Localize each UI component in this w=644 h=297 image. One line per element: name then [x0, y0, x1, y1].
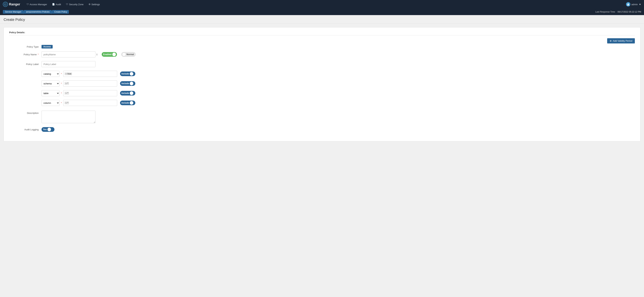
breadcrumb-service-manager[interactable]: Service Manager	[3, 10, 23, 14]
policy-label-row: Policy Label	[9, 61, 635, 67]
catalog-field-wrapper: catalog * ✕ hive	[42, 71, 117, 77]
breadcrumb-bar: Service Manager amazonemrtrino Policies …	[0, 9, 644, 15]
audit-logging-label: Audit Logging	[9, 128, 42, 131]
settings-icon: ⚙	[88, 3, 90, 5]
clock-icon: ⊕	[610, 39, 612, 42]
audit-logging-row: Audit Logging Yes	[9, 126, 635, 133]
section-title: Policy Details:	[9, 31, 635, 35]
shield-icon: 🛡	[26, 3, 29, 5]
toggle-knob	[130, 91, 133, 95]
policy-name-label: Policy Name *	[9, 53, 42, 56]
toggle-knob	[130, 72, 133, 76]
column-select[interactable]: column	[42, 100, 60, 106]
catalog-required: *	[61, 72, 62, 75]
page-title-bar: Create Policy	[0, 15, 644, 24]
column-row: column * ✕ * Include	[9, 99, 635, 106]
catalog-tag-hive: ✕ hive	[64, 72, 72, 75]
table-field-wrapper: table * ✕ *	[42, 90, 117, 96]
table-select[interactable]: table	[42, 90, 60, 96]
column-tag-input[interactable]: ✕ *	[63, 100, 117, 106]
table-tag-input[interactable]: ✕ *	[63, 90, 117, 96]
enabled-toggle[interactable]: Enabled	[102, 52, 117, 57]
schema-field-wrapper: schema * ✕ *	[42, 80, 117, 86]
main-content: Policy Details: ⊕ Add Validity Period Po…	[0, 24, 644, 297]
description-label: Description	[9, 111, 42, 114]
nav-item-security-zone[interactable]: 🛡 Security Zone	[64, 2, 86, 7]
table-required: *	[61, 92, 62, 95]
tag-remove-icon[interactable]: ✕	[65, 73, 67, 75]
tag-remove-icon[interactable]: ✕	[65, 102, 67, 104]
nav-label-audit: Audit	[56, 3, 61, 6]
policy-card: Policy Details: ⊕ Add Validity Period Po…	[4, 27, 640, 141]
tag-remove-icon[interactable]: ✕	[65, 92, 67, 94]
schema-tag-wildcard: ✕ *	[64, 82, 69, 85]
description-row: Description	[9, 109, 635, 123]
security-icon: 🛡	[66, 3, 68, 5]
normal-toggle[interactable]: Normal	[121, 52, 136, 57]
avatar	[626, 2, 630, 6]
table-tag-wildcard: ✕ *	[64, 92, 69, 95]
nav-item-settings[interactable]: ⚙ Settings	[86, 2, 102, 7]
required-marker: *	[38, 53, 39, 56]
admin-menu[interactable]: admin ▼	[626, 2, 641, 6]
info-icon[interactable]: ℹ	[96, 53, 98, 56]
add-validity-button[interactable]: ⊕ Add Validity Period	[607, 38, 635, 43]
last-response-time: Last Response Time : 06/17/2022 05:22:12…	[595, 10, 641, 13]
audit-logging-toggle[interactable]: Yes	[42, 127, 54, 132]
admin-chevron-icon: ▼	[639, 3, 641, 6]
page-title: Create Policy	[4, 17, 640, 22]
description-textarea[interactable]	[42, 111, 96, 123]
svg-text:R: R	[5, 3, 6, 5]
schema-row: schema * ✕ * Include	[9, 80, 635, 87]
audit-icon: 📄	[52, 3, 55, 5]
schema-tag-input[interactable]: ✕ *	[63, 80, 117, 86]
admin-label: admin	[632, 3, 638, 6]
brand-name: Ranger	[9, 2, 20, 6]
nav-menu: 🛡 Access Manager 📄 Audit 🛡 Security Zone…	[24, 2, 626, 7]
schema-required: *	[61, 82, 62, 85]
column-field-wrapper: column * ✕ *	[42, 100, 117, 106]
policy-type-row: Policy Type Access	[9, 45, 635, 48]
nav-label-access-manager: Access Manager	[30, 3, 47, 6]
schema-select[interactable]: schema	[42, 80, 60, 86]
table-row: table * ✕ * Include	[9, 90, 635, 97]
breadcrumb: Service Manager amazonemrtrino Policies …	[3, 10, 70, 14]
toggle-knob	[130, 101, 133, 105]
nav-label-security-zone: Security Zone	[69, 3, 84, 6]
navbar: R Ranger 🛡 Access Manager 📄 Audit 🛡 Secu…	[0, 0, 644, 9]
toggle-knob	[130, 82, 133, 85]
tag-remove-icon[interactable]: ✕	[65, 82, 67, 85]
toggle-knob-normal	[122, 53, 126, 56]
table-include-toggle[interactable]: Include	[120, 91, 135, 95]
column-tag-wildcard: ✕ *	[64, 101, 69, 104]
policy-label-input[interactable]	[42, 61, 96, 67]
breadcrumb-create-policy[interactable]: Create Policy	[52, 10, 69, 14]
nav-item-access-manager[interactable]: 🛡 Access Manager	[24, 2, 49, 7]
policy-name-row: Policy Name * ℹ Enabled Normal	[9, 51, 635, 58]
policy-label-label: Policy Label	[9, 63, 42, 65]
brand-logo[interactable]: R Ranger	[3, 2, 20, 7]
catalog-tag-input[interactable]: ✕ hive	[63, 71, 117, 77]
schema-include-toggle[interactable]: Include	[120, 81, 135, 86]
toggle-knob	[48, 128, 51, 131]
top-actions-row: ⊕ Add Validity Period	[9, 38, 635, 43]
catalog-include-toggle[interactable]: Include	[120, 71, 135, 76]
column-required: *	[61, 102, 62, 104]
catalog-select[interactable]: catalog	[42, 71, 60, 77]
nav-label-settings: Settings	[92, 3, 100, 6]
policy-type-label: Policy Type	[9, 45, 42, 48]
column-include-toggle[interactable]: Include	[120, 101, 135, 105]
policy-type-badge: Access	[42, 45, 53, 48]
catalog-row: catalog * ✕ hive Include	[9, 70, 635, 77]
ranger-icon: R	[3, 2, 8, 7]
toggle-knob	[112, 53, 116, 56]
breadcrumb-policies[interactable]: amazonemrtrino Policies	[24, 10, 52, 14]
nav-item-audit[interactable]: 📄 Audit	[50, 2, 63, 7]
policy-name-input[interactable]	[42, 51, 96, 57]
